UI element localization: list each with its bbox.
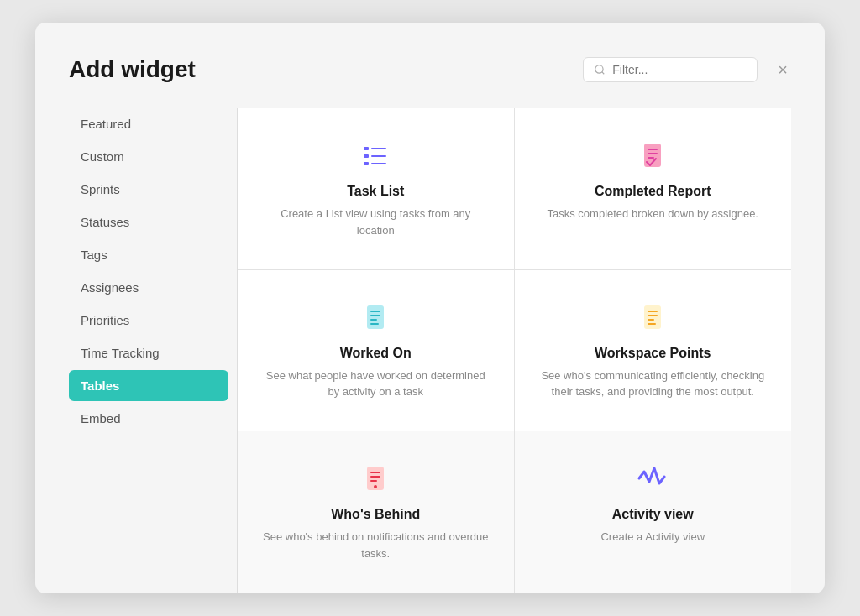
filter-wrap [583,57,758,82]
widget-activity-view[interactable]: Activity view Create a Activity view [515,431,792,593]
svg-point-0 [595,65,603,73]
sidebar-item-featured[interactable]: Featured [69,108,228,139]
svg-rect-21 [648,323,656,325]
activity-view-name: Activity view [612,507,694,522]
whos-behind-icon [359,462,392,495]
svg-rect-14 [370,315,380,316]
add-widget-modal: Add widget × Featured Custom Sprints Sta… [35,23,825,593]
task-list-name: Task List [347,184,404,199]
svg-rect-13 [370,311,380,312]
widget-grid: Task List Create a List view using tasks… [237,108,791,593]
completed-report-desc: Tasks completed broken down by assignee. [548,206,758,222]
completed-report-name: Completed Report [595,184,711,199]
svg-rect-20 [648,319,654,321]
sidebar-item-embed[interactable]: Embed [69,403,228,434]
header-right: × [583,57,791,82]
activity-view-icon [636,462,669,495]
worked-on-icon [359,300,392,334]
workspace-points-desc: See who's communicating efficiently, che… [540,368,767,400]
svg-rect-17 [644,305,661,329]
widget-workspace-points[interactable]: Workspace Points See who's communicating… [515,270,792,432]
sidebar-item-time-tracking[interactable]: Time Tracking [69,337,228,368]
whos-behind-name: Who's Behind [331,507,420,522]
svg-rect-10 [648,153,658,154]
sidebar: Featured Custom Sprints Statuses Tags As… [69,108,237,593]
sidebar-item-custom[interactable]: Custom [69,141,228,172]
close-button[interactable]: × [774,58,791,81]
svg-rect-12 [367,305,384,329]
svg-rect-2 [364,147,369,150]
sidebar-item-sprints[interactable]: Sprints [69,174,228,205]
svg-rect-5 [371,155,386,157]
task-list-desc: Create a List view using tasks from any … [263,206,489,238]
svg-rect-24 [370,476,380,478]
svg-rect-11 [648,157,654,159]
search-icon [594,64,606,76]
modal-body: Featured Custom Sprints Statuses Tags As… [69,108,791,593]
sidebar-item-statuses[interactable]: Statuses [69,206,228,238]
svg-line-1 [602,72,605,75]
widget-worked-on[interactable]: Worked On See what people have worked on… [238,270,515,432]
svg-rect-4 [364,154,369,158]
svg-rect-9 [648,149,658,150]
svg-point-26 [374,485,377,488]
completed-report-icon [636,138,669,172]
activity-view-desc: Create a Activity view [600,529,705,546]
widget-whos-behind[interactable]: Who's Behind See who's behind on notific… [238,431,515,593]
svg-rect-7 [371,163,386,164]
widget-completed-report[interactable]: Completed Report Tasks completed broken … [515,108,792,270]
workspace-points-name: Workspace Points [595,346,711,361]
modal-title: Add widget [69,56,196,83]
task-list-icon [359,138,392,172]
svg-rect-3 [371,148,386,149]
sidebar-item-tables[interactable]: Tables [69,370,228,401]
whos-behind-desc: See who's behind on notifications and ov… [263,529,489,561]
svg-rect-6 [364,162,369,165]
modal-header: Add widget × [69,56,791,83]
sidebar-item-priorities[interactable]: Priorities [69,305,228,336]
widget-task-list[interactable]: Task List Create a List view using tasks… [238,108,515,270]
svg-rect-19 [648,315,658,316]
sidebar-item-tags[interactable]: Tags [69,239,228,270]
svg-rect-16 [370,323,379,325]
filter-input[interactable] [612,63,747,76]
svg-rect-18 [648,311,658,312]
svg-rect-15 [370,319,377,321]
svg-rect-23 [370,472,380,473]
worked-on-name: Worked On [340,346,412,361]
svg-rect-25 [370,480,377,482]
worked-on-desc: See what people have worked on determine… [263,368,489,400]
sidebar-item-assignees[interactable]: Assignees [69,272,228,303]
workspace-points-icon [636,300,669,334]
